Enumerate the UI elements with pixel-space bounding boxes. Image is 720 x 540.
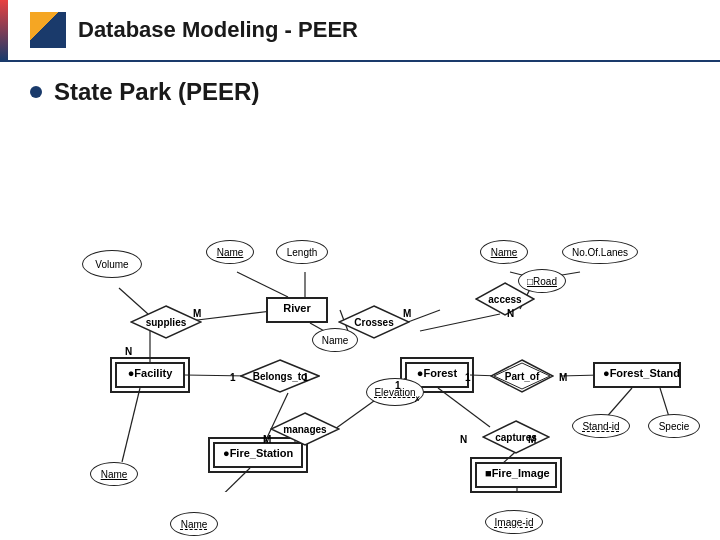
- slide-title-row: State Park (PEER): [30, 78, 690, 106]
- rel-crosses-label: Crosses: [354, 317, 393, 328]
- entity-forest-stand: ●Forest_Stand: [593, 362, 681, 388]
- slide-title: State Park (PEER): [54, 78, 259, 106]
- er-diagram: ●Facility River ●Forest ●Fire_Station ■F…: [30, 122, 690, 492]
- entity-river: River: [266, 297, 328, 323]
- attr-name-facility: Name: [90, 462, 138, 486]
- card-n-access: N: [507, 308, 514, 319]
- attr-road-label: □Road: [527, 276, 557, 287]
- card-m-part: M: [559, 372, 567, 383]
- entity-facility-label: ●Facility: [128, 367, 173, 379]
- attr-no-of-lanes-label: No.Of.Lanes: [572, 247, 628, 258]
- attr-length-label: Length: [287, 247, 318, 258]
- card-m-manages: M: [263, 434, 271, 445]
- svg-line-9: [185, 375, 248, 376]
- rel-supplies: supplies: [130, 305, 202, 339]
- rel-manages: manages: [270, 412, 340, 446]
- card-m-crosses: M: [403, 308, 411, 319]
- attr-specie: Specie: [648, 414, 700, 438]
- rel-part-of-label: Part_of: [505, 371, 539, 382]
- attr-name-river: Name: [206, 240, 254, 264]
- entity-river-label: River: [283, 302, 311, 314]
- attr-specie-label: Specie: [659, 421, 690, 432]
- logo-icon: [30, 12, 66, 48]
- svg-line-3: [237, 272, 288, 297]
- attr-name-river2-label: Name: [322, 335, 349, 346]
- rel-captures-label: captures: [495, 432, 537, 443]
- entity-fire-image-label: ■Fire_Image: [485, 467, 550, 479]
- attr-volume-label: Volume: [95, 259, 128, 270]
- attr-name-highway-label: Name: [491, 247, 518, 258]
- attr-image-id-label: Image-id: [495, 517, 534, 528]
- header-accent: [0, 0, 8, 60]
- svg-line-23: [200, 468, 250, 492]
- entity-fire-station-label: ●Fire_Station: [223, 447, 293, 459]
- attr-name-river2: Name: [312, 328, 358, 352]
- rel-access-label: access: [488, 294, 521, 305]
- entity-facility: ●Facility: [115, 362, 185, 388]
- attr-no-of-lanes: No.Of.Lanes: [562, 240, 638, 264]
- attr-name-station: Name: [170, 512, 218, 536]
- attr-length: Length: [276, 240, 328, 264]
- main-content: State Park (PEER): [0, 62, 720, 508]
- page-title: Database Modeling - PEER: [78, 17, 358, 43]
- attr-road: □Road: [518, 269, 566, 293]
- card-1-manages: 1: [395, 380, 401, 391]
- card-n-captures: N: [460, 434, 467, 445]
- rel-belongs-to-label: Belongs_to: [253, 371, 307, 382]
- card-1-belongs: 1: [230, 372, 236, 383]
- attr-name-facility-label: Name: [101, 469, 128, 480]
- header: Database Modeling - PEER: [0, 0, 720, 62]
- attr-volume: Volume: [82, 250, 142, 278]
- card-m-supplies: M: [193, 308, 201, 319]
- attr-stand-id: Stand-id: [572, 414, 630, 438]
- card-n: N: [125, 346, 132, 357]
- entity-fire-image: ■Fire_Image: [475, 462, 557, 488]
- entity-forest-stand-label: ●Forest_Stand: [603, 367, 680, 379]
- attr-image-id: Image-id: [485, 510, 543, 534]
- attr-name-highway: Name: [480, 240, 528, 264]
- rel-captures: captures: [482, 420, 550, 454]
- rel-manages-label: manages: [283, 424, 326, 435]
- attr-stand-id-label: Stand-id: [582, 421, 619, 432]
- attr-name-station-label: Name: [181, 519, 208, 530]
- card-1-part: 1: [465, 372, 471, 383]
- rel-part-of: Part_of: [490, 359, 554, 393]
- entity-forest-label: ●Forest: [417, 367, 457, 379]
- bullet-icon: [30, 86, 42, 98]
- attr-name-river-label: Name: [217, 247, 244, 258]
- svg-line-19: [420, 314, 500, 331]
- svg-line-26: [122, 388, 140, 462]
- rel-supplies-label: supplies: [146, 317, 187, 328]
